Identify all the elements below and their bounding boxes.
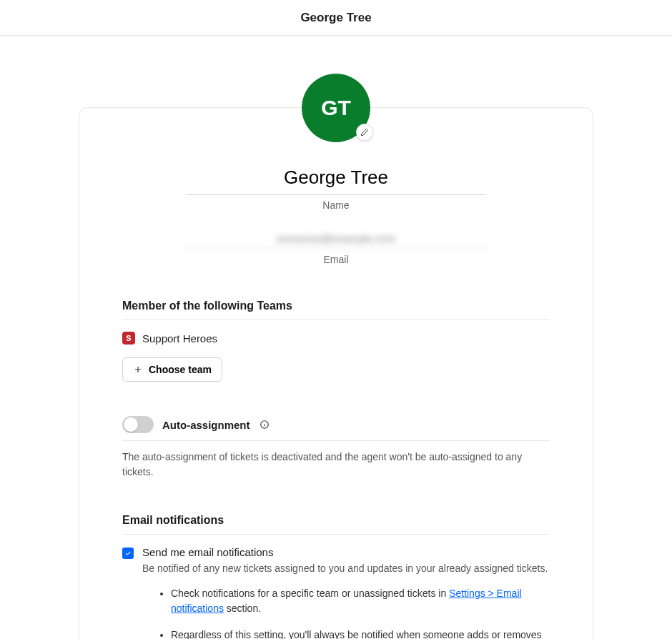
checkbox-content: Send me email notifications Be notified …	[142, 546, 550, 639]
email-notifications-section: Email notifications Send me email notifi…	[122, 514, 550, 639]
team-name: Support Heroes	[142, 332, 217, 345]
avatar-initials: GT	[321, 96, 351, 120]
email-label: Email	[186, 254, 486, 265]
avatar: GT	[302, 74, 370, 142]
email-field-group: Email	[186, 228, 486, 265]
list-item: Regardless of this setting, you'll alway…	[171, 628, 550, 639]
page-title: George Tree	[300, 11, 371, 25]
edit-avatar-button[interactable]	[356, 124, 373, 141]
toggle-knob	[124, 417, 138, 432]
bullet-suffix: section.	[224, 603, 261, 614]
bullet-prefix: Check notifications for a specific team …	[171, 588, 449, 599]
avatar-container: GT	[302, 74, 370, 142]
email-notifications-title: Email notifications	[122, 514, 550, 535]
content: GT Name Email Member of the following Te…	[0, 36, 672, 639]
teams-section: Member of the following Teams S Support …	[122, 299, 550, 382]
list-item: Check notifications for a specific team …	[171, 586, 550, 616]
choose-team-label: Choose team	[149, 364, 212, 375]
bullet-text: Regardless of this setting, you'll alway…	[171, 629, 542, 639]
email-input[interactable]	[186, 228, 486, 249]
name-field-group: Name	[186, 164, 486, 211]
send-email-checkbox-row: Send me email notifications Be notified …	[122, 546, 550, 639]
name-input[interactable]	[186, 164, 486, 195]
auto-assignment-toggle[interactable]	[122, 416, 154, 433]
auto-assignment-row: Auto-assignment	[122, 416, 550, 441]
choose-team-button[interactable]: Choose team	[122, 357, 222, 382]
profile-fields: Name Email	[122, 164, 550, 265]
team-badge: S	[122, 332, 135, 345]
pencil-icon	[360, 128, 369, 137]
name-label: Name	[186, 199, 486, 211]
plus-icon	[133, 365, 143, 375]
send-email-checkbox[interactable]	[122, 548, 134, 559]
auto-assignment-section: Auto-assignment The auto-assignment of t…	[122, 416, 550, 480]
info-icon[interactable]	[259, 419, 270, 430]
teams-section-title: Member of the following Teams	[122, 299, 550, 320]
page-header: George Tree	[0, 0, 672, 36]
notification-notes: Check notifications for a specific team …	[142, 586, 550, 639]
auto-assignment-description: The auto-assignment of tickets is deacti…	[122, 450, 550, 480]
check-icon	[124, 550, 132, 557]
send-email-description: Be notified of any new tickets assigned …	[142, 561, 550, 576]
auto-assignment-label: Auto-assignment	[162, 419, 250, 431]
profile-card: GT Name Email Member of the following Te…	[79, 107, 593, 639]
team-row: S Support Heroes	[122, 332, 550, 345]
send-email-label: Send me email notifications	[142, 546, 550, 558]
